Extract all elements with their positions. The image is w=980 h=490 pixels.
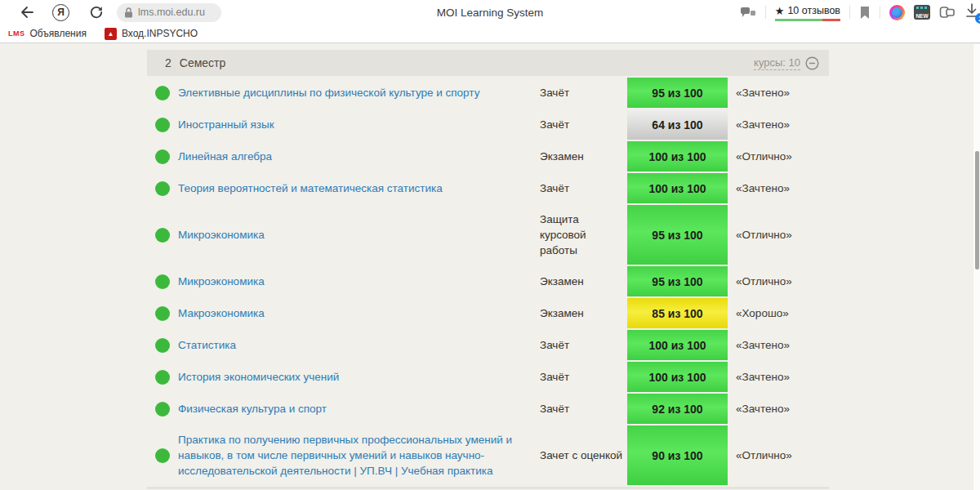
- bookmark-label: Объявления: [30, 28, 87, 39]
- score-badge: 95 из 100: [627, 266, 728, 296]
- exam-type-cell: Зачет с оценкой: [540, 425, 627, 485]
- toolbar-separator: [765, 6, 766, 19]
- score-badge: 95 из 100: [627, 78, 728, 108]
- site-rating[interactable]: ★ 10 отзывов: [775, 5, 840, 20]
- table-row: Статистика Зачёт 100 из 100 «Зачтено»: [147, 330, 829, 360]
- back-icon[interactable]: [13, 5, 41, 20]
- course-name-cell: Линейная алгебра: [178, 141, 540, 172]
- course-link[interactable]: Статистика: [178, 337, 236, 353]
- course-link[interactable]: Макроэкономика: [178, 305, 265, 321]
- course-name-cell: Практика по получению первичных професси…: [178, 425, 540, 485]
- address-bar[interactable]: lms.moi.edu.ru: [117, 3, 221, 22]
- rating-bar: [775, 19, 840, 21]
- rating-text: 10 отзывов: [787, 5, 840, 16]
- collections-icon[interactable]: [939, 5, 956, 20]
- course-link[interactable]: Физическая культура и спорт: [178, 401, 327, 416]
- grade-cell: «Отлично»: [728, 141, 829, 172]
- status-dot-icon: [155, 228, 170, 243]
- status-dot-icon: [155, 181, 170, 196]
- course-name-cell: Элективные дисциплины по физической куль…: [178, 78, 540, 108]
- score-badge: 92 из 100: [627, 394, 728, 424]
- score-badge: 90 из 100: [627, 425, 728, 485]
- inpsycho-favicon: ▲: [105, 28, 117, 40]
- table-row: Иностранный язык Зачёт 64 из 100 «Зачтен…: [147, 109, 829, 140]
- course-name-cell: Макроэкономика: [178, 298, 540, 328]
- course-link[interactable]: История экономических учений: [178, 369, 339, 385]
- course-name-cell: Иностранный язык: [178, 109, 540, 140]
- bookmark-item-inpsycho[interactable]: ▲ Вход.INPSYCHO: [105, 28, 198, 40]
- toolbar-separator: [880, 6, 880, 19]
- status-dot-icon: [155, 402, 170, 416]
- grade-cell: «Зачтено»: [728, 109, 829, 140]
- status-cell: [147, 425, 178, 485]
- status-cell: [147, 205, 178, 265]
- table-row: Физическая культура и спорт Зачёт 92 из …: [147, 394, 829, 424]
- scrollbar-thumb[interactable]: [975, 151, 979, 270]
- browser-chrome: Я lms.moi.edu.ru MOI Learning System ★ 1…: [0, 0, 980, 43]
- table-row: История экономических учений Зачёт 100 и…: [147, 362, 829, 392]
- toolbar-separator: [849, 6, 850, 19]
- course-link[interactable]: Иностранный язык: [178, 117, 274, 132]
- score-badge: 100 из 100: [627, 173, 728, 203]
- refresh-icon[interactable]: [86, 5, 107, 20]
- course-name-cell: Теория вероятностей и математическая ста…: [178, 173, 540, 203]
- browser-toolbar: Я lms.moi.edu.ru MOI Learning System ★ 1…: [0, 0, 980, 24]
- download-count-badge: 2: [975, 13, 980, 24]
- toolbar-right-cluster: ★ 10 отзывов NEW 2: [740, 0, 980, 24]
- status-dot-icon: [155, 149, 170, 164]
- status-dot-icon: [155, 448, 170, 463]
- semester-number: 2: [165, 56, 172, 69]
- table-row: Элективные дисциплины по физической куль…: [147, 78, 829, 108]
- extension-circle-icon[interactable]: [889, 5, 905, 20]
- semester-3-header: 3 Семестр курсы: 10: [147, 487, 829, 489]
- exam-type-cell: Зачёт: [540, 173, 627, 203]
- exam-type-cell: Защита курсовой работы: [540, 205, 627, 265]
- table-row: Микроэкономика Экзамен 95 из 100 «Отличн…: [147, 266, 829, 296]
- grades-table: 2 Семестр курсы: 10 Элективные дисциплин…: [147, 50, 829, 489]
- courses-count-link[interactable]: курсы: 10: [754, 56, 800, 70]
- status-cell: [147, 173, 178, 203]
- status-dot-icon: [155, 370, 170, 385]
- bookmarks-bar: LMS Объявления ▲ Вход.INPSYCHO: [0, 24, 980, 42]
- course-link[interactable]: Линейная алгебра: [178, 149, 272, 164]
- score-badge: 100 из 100: [627, 141, 728, 172]
- bookmark-icon[interactable]: [859, 6, 871, 20]
- course-link[interactable]: Микроэкономика: [178, 274, 265, 289]
- downloads-icon[interactable]: 2: [964, 2, 980, 22]
- bookmark-label: Вход.INPSYCHO: [122, 28, 198, 39]
- course-link[interactable]: Практика по получению первичных професси…: [178, 432, 523, 479]
- bookmark-item-announcements[interactable]: LMS Объявления: [8, 28, 87, 39]
- exam-type-cell: Экзамен: [540, 298, 627, 328]
- status-cell: [147, 109, 178, 140]
- status-cell: [147, 266, 178, 296]
- feedback-flags-icon[interactable]: [740, 6, 756, 19]
- status-cell: [147, 330, 178, 360]
- exam-type-cell: Экзамен: [540, 266, 627, 296]
- grade-cell: «Зачтено»: [728, 362, 829, 392]
- course-link[interactable]: Элективные дисциплины по физической куль…: [178, 85, 479, 100]
- exam-type-cell: Зачёт: [540, 362, 627, 392]
- course-link[interactable]: Микроэкономика: [178, 227, 265, 243]
- new-icon-label: NEW: [915, 12, 928, 20]
- score-badge: 100 из 100: [627, 330, 728, 360]
- grade-cell: «Зачтено»: [728, 394, 829, 424]
- status-dot-icon: [155, 338, 170, 353]
- extension-new-icon[interactable]: NEW: [914, 5, 930, 20]
- status-cell: [147, 141, 178, 172]
- status-dot-icon: [155, 274, 170, 289]
- lock-icon: [124, 7, 133, 18]
- collapse-icon[interactable]: [805, 56, 819, 70]
- yandex-icon[interactable]: Я: [52, 4, 69, 21]
- table-row: Микроэкономика Защита курсовой работы 95…: [147, 205, 829, 265]
- lms-favicon: LMS: [8, 29, 25, 38]
- table-row: Практика по получению первичных професси…: [147, 425, 829, 485]
- star-icon: ★: [775, 5, 785, 17]
- scrollbar-track[interactable]: [973, 44, 980, 490]
- status-cell: [147, 78, 178, 108]
- course-link[interactable]: Теория вероятностей и математическая ста…: [178, 180, 443, 196]
- semester-2-header: 2 Семестр курсы: 10: [147, 50, 829, 76]
- table-row: Линейная алгебра Экзамен 100 из 100 «Отл…: [147, 141, 829, 172]
- status-cell: [147, 298, 178, 328]
- course-name-cell: Статистика: [178, 330, 540, 360]
- course-name-cell: Микроэкономика: [178, 205, 540, 265]
